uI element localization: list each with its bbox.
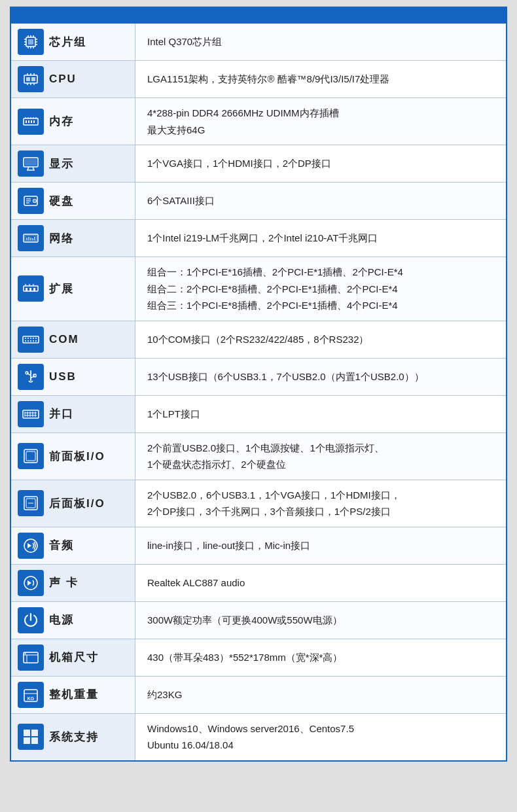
label-text-network: 网络 [49, 231, 74, 246]
value-power: 300W额定功率（可更换400W或550W电源） [135, 602, 506, 639]
value-display: 1个VGA接口，1个HDMI接口，2个DP接口 [135, 145, 506, 182]
value-parallel: 1个LPT接口 [135, 396, 506, 432]
row-power: 电源300W额定功率（可更换400W或550W电源） [11, 602, 506, 639]
svg-point-64 [25, 340, 26, 342]
label-text-audio: 音频 [49, 538, 74, 553]
label-text-rear-io: 后面板I/O [49, 496, 105, 511]
svg-rect-25 [28, 120, 29, 123]
svg-text:KG: KG [27, 696, 35, 701]
label-text-weight: 整机重量 [49, 687, 99, 702]
value-audio: line-in接口，line-out接口，Mic-in接口 [135, 527, 506, 564]
label-chassis: 机箱尺寸 [11, 639, 135, 676]
rear-io-icon [18, 490, 44, 516]
audio-icon [18, 533, 44, 559]
value-chipset: Intel Q370芯片组 [135, 24, 506, 60]
svg-rect-52 [26, 288, 27, 291]
label-text-front-io: 前面板I/O [49, 449, 105, 464]
label-text-power: 电源 [49, 612, 74, 627]
network-icon [18, 225, 44, 251]
svg-rect-37 [25, 159, 37, 166]
chipset-icon [18, 29, 44, 55]
row-soundcard: 声 卡Realtek ALC887 audio [11, 565, 506, 602]
row-weight: KG 整机重量约23KG [11, 677, 506, 714]
row-cpu: CPULGA1151架构，支持英特尔® 酷睿™8/9代I3/I5/I7处理器 [11, 61, 506, 98]
label-rear-io: 后面板I/O [11, 480, 135, 527]
svg-rect-24 [26, 120, 27, 123]
svg-rect-16 [31, 77, 35, 81]
label-harddisk: 硬盘 [11, 183, 135, 219]
row-audio: 音频line-in接口，line-out接口，Mic-in接口 [11, 527, 506, 565]
label-memory: 内存 [11, 98, 135, 145]
value-chassis: 430（带耳朵483）*552*178mm（宽*深*高） [135, 639, 506, 676]
row-usb: USB13个USB接口（6个USB3.1，7个USB2.0（内置1个USB2.0… [11, 359, 506, 396]
value-rear-io: 2个USB2.0，6个USB3.1，1个VGA接口，1个HDMI接口，2个DP接… [135, 480, 506, 527]
svg-marker-88 [27, 543, 31, 548]
svg-point-68 [35, 340, 37, 342]
row-memory: 内存4*288-pin DDR4 2666MHz UDIMM内存插槽最大支持64… [11, 98, 506, 145]
label-parallel: 并口 [11, 396, 135, 432]
os-icon [18, 724, 44, 750]
label-text-os: 系统支持 [49, 730, 99, 745]
svg-rect-100 [24, 737, 30, 744]
spec-table: 芯片组Intel Q370芯片组 CPULGA1151架构，支持英特尔® 酷睿™… [10, 7, 507, 762]
svg-point-61 [30, 338, 31, 339]
row-network: 网络1个Intel i219-LM千兆网口，2个Intel i210-AT千兆网… [11, 220, 506, 257]
label-usb: USB [11, 359, 135, 395]
row-expansion: 扩展组合一：1个PCI-E*16插槽、2个PCI-E*1插槽、2个PCI-E*4… [11, 257, 506, 321]
value-soundcard: Realtek ALC887 audio [135, 565, 506, 601]
expansion-icon [18, 275, 44, 302]
label-text-harddisk: 硬盘 [49, 194, 74, 209]
svg-rect-74 [23, 410, 39, 418]
label-power: 电源 [11, 602, 135, 639]
value-front-io: 2个前置USB2.0接口、1个电源按键、1个电源指示灯、1个硬盘状态指示灯、2个… [135, 433, 506, 480]
row-chipset: 芯片组Intel Q370芯片组 [11, 24, 506, 61]
svg-rect-83 [26, 451, 35, 461]
value-expansion: 组合一：1个PCI-E*16插槽、2个PCI-E*1插槽、2个PCI-E*4组合… [135, 257, 506, 321]
table-title [11, 8, 506, 24]
value-cpu: LGA1151架构，支持英特尔® 酷睿™8/9代I3/I5/I7处理器 [135, 61, 506, 97]
chassis-icon [18, 644, 44, 671]
svg-point-94 [25, 653, 26, 654]
value-com: 10个COM接口（2个RS232/422/485，8个RS232） [135, 321, 506, 358]
svg-point-65 [27, 340, 29, 342]
label-display: 显示 [11, 145, 135, 182]
parallel-icon [18, 401, 44, 427]
label-com: COM [11, 321, 135, 358]
label-front-io: 前面板I/O [11, 433, 135, 480]
row-rear-io: 后面板I/O2个USB2.0，6个USB3.1，1个VGA接口，1个HDMI接口… [11, 480, 506, 527]
value-usb: 13个USB接口（6个USB3.1，7个USB2.0（内置1个USB2.0）） [135, 359, 506, 395]
svg-point-62 [33, 338, 34, 339]
front-io-icon [18, 443, 44, 469]
row-front-io: 前面板I/O2个前置USB2.0接口、1个电源按键、1个电源指示灯、1个硬盘状态… [11, 433, 506, 480]
label-expansion: 扩展 [11, 257, 135, 321]
svg-rect-101 [31, 737, 38, 744]
label-text-usb: USB [49, 370, 77, 383]
usb-icon [18, 364, 44, 390]
svg-point-66 [30, 340, 31, 342]
label-text-display: 显示 [49, 156, 74, 171]
label-soundcard: 声 卡 [11, 565, 135, 601]
label-audio: 音频 [11, 527, 135, 564]
harddisk-icon [18, 188, 44, 214]
svg-point-59 [25, 338, 26, 339]
value-memory: 4*288-pin DDR4 2666MHz UDIMM内存插槽最大支持64G [135, 98, 506, 145]
svg-marker-90 [27, 580, 31, 586]
weight-icon: KG [18, 682, 44, 708]
svg-rect-26 [31, 120, 32, 123]
power-icon [18, 607, 44, 633]
svg-rect-99 [31, 730, 38, 736]
svg-point-60 [27, 338, 29, 339]
value-os: Windows10、Windows server2016、Centos7.5Ub… [135, 714, 506, 760]
svg-point-63 [35, 338, 37, 339]
soundcard-icon [18, 570, 44, 596]
label-chipset: 芯片组 [11, 24, 135, 60]
label-os: 系统支持 [11, 714, 135, 760]
label-text-com: COM [49, 333, 79, 346]
row-harddisk: 硬盘6个SATAIII接口 [11, 183, 506, 220]
row-parallel: 并口1个LPT接口 [11, 396, 506, 433]
svg-rect-58 [23, 336, 39, 343]
svg-point-67 [33, 340, 34, 342]
svg-rect-98 [24, 730, 30, 736]
svg-rect-1 [28, 39, 33, 44]
label-weight: KG 整机重量 [11, 677, 135, 713]
